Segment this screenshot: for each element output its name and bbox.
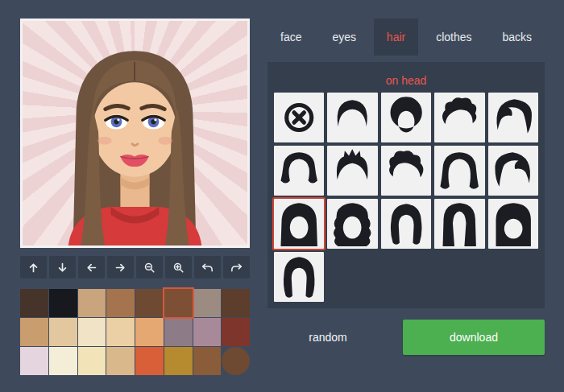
color-swatch[interactable] [49, 318, 77, 346]
random-button[interactable]: random [267, 320, 388, 355]
redo-button[interactable] [223, 256, 250, 279]
color-swatch[interactable] [193, 318, 222, 346]
hair-silhouette-icon [488, 93, 538, 142]
color-swatch[interactable] [164, 318, 193, 346]
hair-option-long-full[interactable] [274, 199, 324, 249]
move-left-button[interactable] [78, 256, 105, 279]
zoom-in-button[interactable] [165, 256, 192, 279]
hair-option-straight[interactable] [434, 199, 484, 249]
color-swatch[interactable] [222, 289, 250, 317]
tab-hair[interactable]: hair [374, 19, 418, 56]
category-tabs: faceeyeshairclothesbacks [267, 19, 545, 56]
hair-options-grid [274, 93, 538, 302]
color-swatch[interactable] [222, 318, 250, 346]
hair-silhouette-icon [381, 199, 431, 249]
color-swatch[interactable] [20, 347, 48, 375]
color-swatch[interactable] [222, 347, 250, 375]
hair-silhouette-icon [381, 93, 431, 142]
arrow-left-icon [85, 261, 98, 274]
move-up-button[interactable] [20, 256, 47, 279]
color-swatch[interactable] [164, 347, 193, 375]
avatar-preview [20, 19, 250, 248]
hair-option-none[interactable] [274, 93, 324, 142]
color-swatch[interactable] [193, 347, 222, 375]
options-column: faceeyeshairclothesbacks on head random … [267, 19, 545, 355]
redo-icon [230, 261, 243, 274]
color-swatch[interactable] [135, 289, 164, 317]
hair-option-bob-wavy[interactable] [274, 146, 324, 196]
avatar-toolbar [20, 256, 250, 279]
undo-button[interactable] [194, 256, 221, 279]
hair-option-sweep[interactable] [488, 93, 538, 142]
color-swatch[interactable] [78, 289, 106, 317]
hair-silhouette-icon [327, 146, 377, 196]
zoom-in-icon [172, 261, 185, 274]
hair-option-mid-long[interactable] [381, 199, 431, 249]
color-swatch[interactable] [193, 289, 222, 317]
arrow-up-icon [27, 261, 40, 274]
hair-silhouette-icon [381, 146, 431, 196]
hair-option-sweep[interactable] [488, 146, 538, 196]
hair-option-curly-top[interactable] [381, 146, 431, 196]
color-palette [20, 289, 250, 375]
hair-silhouette-icon [488, 146, 538, 196]
action-bar: random download [267, 320, 545, 355]
color-swatch[interactable] [49, 347, 77, 375]
color-swatch[interactable] [78, 318, 106, 346]
hair-option-curly-long[interactable] [327, 199, 377, 249]
color-swatch[interactable] [106, 289, 135, 317]
color-swatch[interactable] [106, 347, 135, 375]
color-swatch[interactable] [164, 289, 193, 317]
avatar-editor-column [20, 19, 250, 375]
arrow-down-icon [56, 261, 69, 274]
color-swatch[interactable] [20, 318, 48, 346]
section-label: on head [274, 68, 538, 93]
hair-silhouette-icon [274, 146, 324, 196]
color-swatch[interactable] [106, 318, 135, 346]
arrow-right-icon [114, 261, 127, 274]
color-swatch[interactable] [135, 347, 164, 375]
color-swatch[interactable] [49, 289, 77, 317]
hair-silhouette-icon [274, 252, 324, 302]
move-right-button[interactable] [107, 256, 134, 279]
hair-option-curly-top[interactable] [434, 93, 484, 142]
hair-option-short[interactable] [327, 93, 377, 142]
hair-silhouette-icon [327, 93, 377, 142]
hair-option-bangs[interactable] [488, 199, 538, 249]
zoom-out-button[interactable] [136, 256, 163, 279]
hair-silhouette-icon [274, 199, 324, 249]
hair-option-wave-mid[interactable] [434, 146, 484, 196]
undo-icon [201, 261, 214, 274]
hair-option-spiky[interactable] [327, 146, 377, 196]
hair-silhouette-icon [434, 93, 484, 142]
hair-silhouette-icon [434, 146, 484, 196]
hair-silhouette-icon [434, 199, 484, 249]
tab-eyes[interactable]: eyes [319, 19, 369, 56]
move-down-button[interactable] [49, 256, 76, 279]
hair-option-afro[interactable] [381, 93, 431, 142]
color-swatch[interactable] [20, 289, 48, 317]
hair-silhouette-icon [488, 199, 538, 249]
tab-backs[interactable]: backs [489, 19, 545, 56]
hair-silhouette-icon [327, 199, 377, 249]
hair-option-mid-long[interactable] [274, 252, 324, 302]
tab-face[interactable]: face [267, 19, 314, 56]
avatar-illustration [23, 21, 247, 246]
zoom-out-icon [143, 261, 156, 274]
tab-clothes[interactable]: clothes [423, 19, 484, 56]
hair-panel: on head [267, 62, 545, 308]
color-swatch[interactable] [78, 347, 106, 375]
download-button[interactable]: download [403, 320, 545, 355]
no-hair-icon [274, 93, 324, 142]
color-swatch[interactable] [135, 318, 164, 346]
